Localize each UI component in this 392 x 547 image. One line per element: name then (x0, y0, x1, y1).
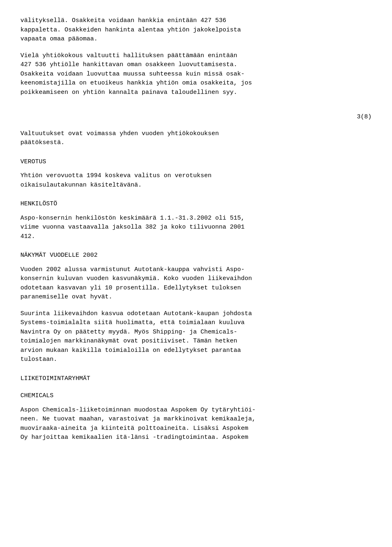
henkilosto-heading: HENKILÖSTÖ (20, 200, 372, 209)
section-verotus: VEROTUS Yhtiön verovuotta 1994 koskeva v… (20, 158, 372, 190)
valtuutukset-paragraph: Valtuutukset ovat voimassa yhden vuoden … (20, 129, 372, 148)
opening-text-1: välityksellä. Osakkeita voidaan hankkia … (20, 17, 241, 42)
section-henkilosto: HENKILÖSTÖ Aspo-konsernin henkilöstön ke… (20, 200, 372, 241)
opening-paragraph-2: Vielä yhtiökokous valtuutti hallituksen … (20, 51, 372, 98)
opening-text-2: Vielä yhtiökokous valtuutti hallituksen … (20, 52, 252, 96)
nakymät-text-2: Suurinta liikevaihdon kasvua odotetaan A… (20, 310, 252, 363)
chemicals-text-1: Aspon Chemicals-liiketoiminnan muodostaa… (20, 407, 256, 441)
nakymät-paragraph-2: Suurinta liikevaihdon kasvua odotetaan A… (20, 309, 372, 365)
nakymät-text-1: Vuoden 2002 alussa varmistunut Autotank-… (20, 266, 252, 301)
opening-paragraph-1: välityksellä. Osakkeita voidaan hankkia … (20, 16, 372, 44)
page-number: 3(8) (20, 113, 372, 122)
nakymät-paragraph-1: Vuoden 2002 alussa varmistunut Autotank-… (20, 265, 372, 302)
verotus-paragraph-1: Yhtiön verovuotta 1994 koskeva valitus o… (20, 171, 372, 190)
valtuutukset-text: Valtuutukset ovat voimassa yhden vuoden … (20, 130, 219, 147)
chemicals-paragraph-1: Aspon Chemicals-liiketoiminnan muodostaa… (20, 406, 372, 442)
section-nakymät: NÄKYMÄT VUODELLE 2002 Vuoden 2002 alussa… (20, 251, 372, 365)
section-liiketoimintaryhmat: LIIKETOIMINTARYHMÄT CHEMICALS Aspon Chem… (20, 374, 372, 442)
subsection-chemicals: CHEMICALS Aspon Chemicals-liiketoiminnan… (20, 391, 372, 442)
henkilosto-paragraph-1: Aspo-konsernin henkilöstön keskimäärä 1.… (20, 214, 372, 242)
verotus-heading: VEROTUS (20, 158, 372, 167)
liiketoimintaryhmat-heading: LIIKETOIMINTARYHMÄT (20, 374, 372, 384)
verotus-text-1: Yhtiön verovuotta 1994 koskeva valitus o… (20, 172, 212, 189)
henkilosto-text-1: Aspo-konsernin henkilöstön keskimäärä 1.… (20, 215, 245, 240)
page-content: välityksellä. Osakkeita voidaan hankkia … (20, 16, 372, 442)
nakymät-heading: NÄKYMÄT VUODELLE 2002 (20, 251, 372, 260)
chemicals-heading: CHEMICALS (20, 391, 372, 401)
